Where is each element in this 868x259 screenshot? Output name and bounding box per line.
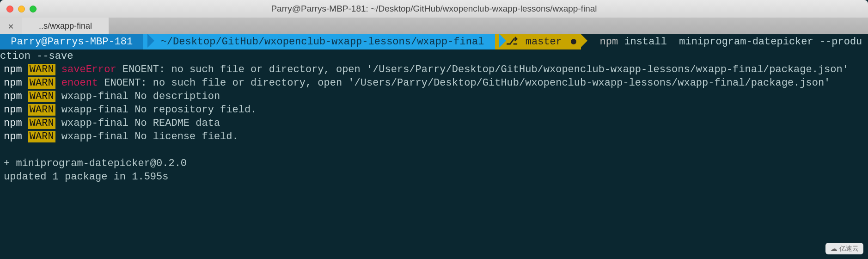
warn-badge: WARN (28, 91, 55, 102)
warn-badge: WARN (28, 64, 55, 75)
warn-msg: wxapp-final No README data (55, 117, 220, 129)
tab-close-button[interactable]: ✕ (0, 18, 22, 34)
output-line: npm WARN wxapp-final No description (0, 90, 868, 103)
npm-label: npm (4, 104, 28, 116)
warn-tag: enoent (55, 77, 98, 89)
git-dirty-dot-icon (571, 39, 576, 44)
output-line: npm WARN wxapp-final No repository field… (0, 103, 868, 117)
chevron-right-icon (499, 34, 506, 48)
prompt-user-segment: Parry@Parrys-MBP-181 (0, 34, 143, 49)
output-line: npm WARN enoent ENOENT: no such file or … (0, 76, 868, 90)
output-line: updated 1 package in 1.595s (0, 170, 868, 184)
terminal[interactable]: Parry@Parrys-MBP-181 ~/Desktop/GitHub/wx… (0, 34, 868, 184)
warn-badge: WARN (28, 104, 55, 116)
npm-label: npm (4, 77, 28, 89)
warn-msg: wxapp-final No license field. (55, 131, 238, 142)
warn-badge: WARN (28, 117, 55, 129)
close-icon: ✕ (8, 20, 13, 32)
warn-msg: ENOENT: no such file or directory, open … (98, 77, 830, 89)
prompt-path-text: ~/Desktop/GitHub/wxopenclub-wxapp-lesson… (154, 36, 490, 48)
chevron-right-icon (581, 34, 587, 48)
chevron-right-icon (147, 34, 154, 48)
tab-label: ..s/wxapp-final (39, 21, 92, 31)
warn-tag: saveError (55, 64, 116, 75)
output-blank (0, 143, 868, 157)
npm-label: npm (4, 131, 28, 142)
watermark-text: 亿速云 (839, 245, 859, 253)
prompt-path-segment: ~/Desktop/GitHub/wxopenclub-wxapp-lesson… (143, 34, 495, 49)
warn-badge: WARN (28, 131, 55, 142)
warn-msg: ENOENT: no such file or directory, open … (116, 64, 849, 75)
tab-active[interactable]: ..s/wxapp-final (22, 18, 109, 34)
command-npm: npm (587, 36, 618, 48)
npm-label: npm (4, 117, 28, 129)
output-line: npm WARN wxapp-final No README data (0, 117, 868, 130)
cloud-icon: ☁ (830, 244, 837, 253)
titlebar: Parry@Parrys-MBP-181: ~/Desktop/GitHub/w… (0, 0, 868, 18)
npm-label: npm (4, 64, 28, 75)
output-line: npm WARN wxapp-final No license field. (0, 130, 868, 143)
tab-bar: ✕ ..s/wxapp-final (0, 18, 868, 34)
warn-msg: wxapp-final No description (55, 91, 220, 102)
git-branch-icon: ⎇ (506, 36, 518, 48)
output-line: + miniprogram-datepicker@0.2.0 (0, 157, 868, 170)
prompt-branch-segment: ⎇ master (495, 34, 581, 49)
warn-badge: WARN (28, 77, 55, 89)
window-title: Parry@Parrys-MBP-181: ~/Desktop/GitHub/w… (0, 4, 868, 14)
prompt-branch-text: master (520, 36, 568, 48)
prompt-line: Parry@Parrys-MBP-181 ~/Desktop/GitHub/wx… (0, 34, 868, 63)
watermark-badge: ☁ 亿速云 (825, 243, 863, 254)
output-line: npm WARN saveError ENOENT: no such file … (0, 63, 868, 76)
npm-label: npm (4, 91, 28, 102)
warn-msg: wxapp-final No repository field. (55, 104, 257, 116)
